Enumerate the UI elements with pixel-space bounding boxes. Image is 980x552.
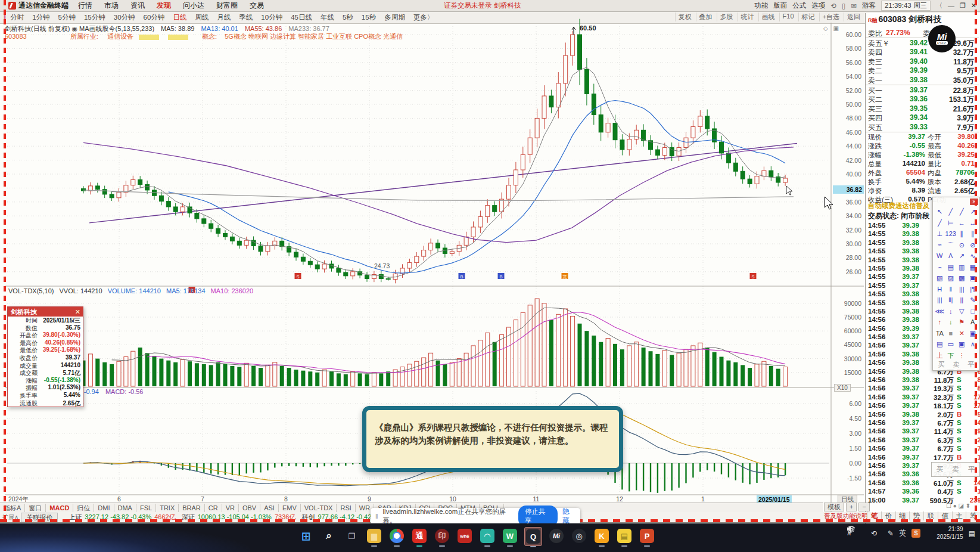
tab-TRIX[interactable]: TRIX — [156, 504, 179, 512]
draw-tool-icon[interactable]: ← — [956, 218, 967, 229]
tool-画线[interactable]: 画线 — [758, 13, 778, 21]
tool-返回[interactable]: 返回 — [844, 13, 863, 21]
draw-tool-icon[interactable]: 上 — [934, 351, 945, 361]
expand-toggle[interactable]: 扩展∧ — [0, 513, 21, 522]
quick-卖[interactable]: 卖 — [952, 465, 959, 474]
draw-tool-icon[interactable]: ↖ — [934, 207, 945, 218]
draw-tool-icon[interactable]: ⊙ — [956, 240, 967, 251]
period-badge[interactable]: 日线 — [838, 495, 857, 503]
draw-tool-icon[interactable]: ■ — [945, 328, 957, 339]
taskbar-icon-search[interactable]: ⌕ — [321, 527, 337, 545]
bottom-mini-icons[interactable]: ☐ ● ◪ ⬍ — [946, 503, 970, 509]
palette-买[interactable]: 买 — [938, 360, 945, 369]
draw-tool-icon[interactable]: ▩ — [956, 273, 967, 284]
draw-tool-icon[interactable]: ▣ — [967, 328, 979, 339]
draw-tool-icon[interactable]: ||| — [934, 295, 945, 306]
draw-tool-icon[interactable] — [967, 351, 979, 361]
taskbar-icon-wh6[interactable]: wh6 — [456, 527, 473, 545]
tab-DMI[interactable]: DMI — [94, 504, 114, 512]
draw-tool-icon[interactable]: ⊥ — [934, 229, 945, 240]
draw-tool-icon[interactable]: W — [934, 251, 945, 262]
btn-模板[interactable]: 模板 — [824, 503, 844, 511]
draw-tool-icon[interactable]: ⌢ — [934, 262, 945, 273]
draw-tool-icon[interactable]: H — [934, 284, 945, 295]
draw-tool-icon[interactable]: ⊘ — [967, 240, 979, 251]
taskbar-icon-kk-app[interactable]: K — [593, 527, 610, 545]
draw-tool-icon[interactable]: ↗ — [967, 207, 979, 218]
tool-F10[interactable]: F10 — [779, 13, 797, 21]
taskbar-icon-powerpoint[interactable]: P — [639, 527, 655, 545]
tab-指标A[interactable]: 指标A — [0, 504, 25, 512]
draw-tool-icon[interactable]: |¶ — [967, 284, 979, 295]
draw-tool-icon[interactable]: ▧ — [934, 273, 945, 284]
draw-tool-icon[interactable]: || — [956, 295, 967, 306]
tab-窗口[interactable]: 窗口 — [25, 504, 46, 512]
draw-tool-icon[interactable]: ▭ — [945, 339, 957, 350]
tool-叠加[interactable]: 叠加 — [696, 13, 715, 21]
tab-主[interactable]: 主 — [952, 511, 966, 520]
draw-tool-icon[interactable]: ▣ — [956, 339, 967, 350]
draw-tool-icon[interactable]: ≈ — [934, 240, 945, 251]
taskbar-icon-mi-app[interactable]: Mi — [548, 527, 565, 545]
tool-+自选[interactable]: +自选 — [819, 13, 842, 21]
draw-tool-icon[interactable]: ∥ — [956, 229, 967, 240]
taskbar-icon-wechat[interactable]: W — [502, 527, 518, 545]
taskbar-icon-sticky-notes[interactable]: ▤ — [616, 527, 633, 545]
tab-BRAR[interactable]: BRAR — [179, 504, 205, 512]
draw-tool-icon[interactable]: ∥ — [967, 229, 979, 240]
close-icon[interactable]: ✕ — [970, 199, 978, 205]
concept-values[interactable]: 5G概念 物联网 边缘计算 智能家居 工业互联 CPO概念 光通信 — [225, 33, 403, 40]
tab-MACD[interactable]: MACD — [46, 504, 73, 512]
draw-tool-icon[interactable]: 下 — [945, 351, 957, 361]
draw-tool-icon[interactable]: ▣ — [967, 273, 979, 284]
tab-VR[interactable]: VR — [222, 504, 239, 512]
draw-tool-icon[interactable]: ▥ — [956, 262, 967, 273]
draw-tool-icon[interactable]: Λ — [945, 251, 957, 262]
draw-tool-icon[interactable]: ↔ — [967, 218, 979, 229]
taskbar-icon-stock-app[interactable]: ◠ — [479, 527, 496, 545]
tab-归位[interactable]: 归位 — [73, 504, 94, 512]
draw-tool-icon[interactable]: TA — [934, 328, 945, 339]
draw-tool-icon[interactable]: ▽ — [956, 306, 967, 317]
draw-tool-icon[interactable]: ↑ — [934, 317, 945, 328]
draw-tool-icon[interactable]: ∧ — [967, 339, 979, 350]
tab-ASI[interactable]: ASI — [260, 504, 279, 512]
hide-button[interactable]: 隐藏 — [562, 507, 575, 525]
tab-联[interactable]: 联 — [923, 511, 938, 520]
draw-tool-icon[interactable]: ⊢ — [945, 218, 957, 229]
draw-tool-icon[interactable]: □ — [967, 306, 979, 317]
promo-text[interactable]: 自动续费通达信普及 — [868, 201, 930, 210]
taskbar-icon-task-view[interactable]: ❐ — [343, 527, 360, 545]
tab-FSL[interactable]: FSL — [136, 504, 156, 512]
tool-统计[interactable]: 统计 — [738, 13, 757, 21]
close-icon[interactable]: ✕ — [75, 307, 80, 317]
template-row[interactable]: 模板+− — [824, 503, 870, 511]
clock-tray[interactable]: 21:392025/1/15 — [937, 526, 963, 541]
draw-tool-icon[interactable]: ‖| — [945, 295, 957, 306]
draw-tool-icon[interactable]: ▤ — [945, 262, 957, 273]
ime-indicator[interactable]: 英 — [899, 528, 906, 538]
tab-势[interactable]: 势 — [909, 511, 923, 520]
draw-tool-icon[interactable]: A — [967, 317, 979, 328]
taskbar-icon-tdx[interactable]: 通 — [411, 527, 428, 545]
tab-OBV[interactable]: OBV — [239, 504, 260, 512]
taskbar-icon-camera-app[interactable]: ◎ — [571, 527, 587, 545]
palette-卖[interactable]: 卖 — [953, 360, 959, 369]
pen-icon[interactable]: ✎ — [888, 529, 894, 538]
draw-tool-icon[interactable]: 123 — [945, 229, 957, 240]
draw-tool-icon[interactable]: ∿ — [967, 251, 979, 262]
draw-tool-icon[interactable]: ▨ — [945, 273, 957, 284]
draw-tool-icon[interactable]: ╱ — [934, 218, 945, 229]
draw-tool-icon[interactable]: ╱ — [945, 207, 957, 218]
taskbar-icon-qq[interactable]: Q — [524, 527, 542, 546]
rotate-icon[interactable]: ⟲ — [871, 529, 877, 538]
taskbar-icon-chrome[interactable] — [388, 527, 405, 545]
draw-tool-icon[interactable]: ▤ — [934, 339, 945, 350]
taskbar-icon-file-explorer[interactable]: ▆ — [366, 527, 382, 545]
s-badge-icon[interactable]: S — [911, 529, 920, 538]
btn-−[interactable]: − — [858, 503, 869, 511]
tab-细[interactable]: 细 — [895, 511, 910, 520]
draw-tool-icon[interactable]: ⌒ — [945, 240, 957, 251]
draw-tool-icon[interactable]: ╱ — [956, 207, 967, 218]
tool-标记[interactable]: 标记 — [798, 13, 818, 21]
